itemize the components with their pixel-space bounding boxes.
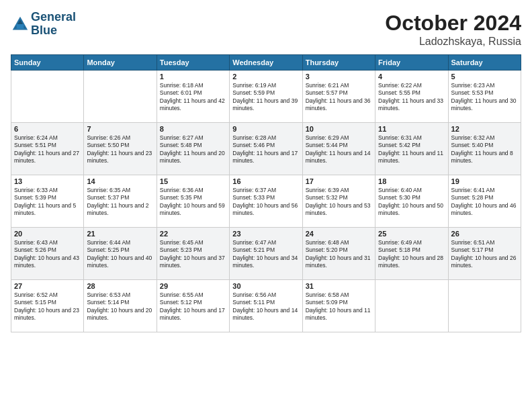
- day-number: 22: [160, 230, 226, 238]
- logo-text: General Blue: [31, 11, 76, 38]
- calendar-day-cell: 11Sunrise: 6:31 AM Sunset: 5:42 PM Dayli…: [375, 123, 448, 175]
- day-info: Sunrise: 6:47 AM Sunset: 5:21 PM Dayligh…: [232, 239, 299, 270]
- calendar-day-cell: 3Sunrise: 6:21 AM Sunset: 5:57 PM Daylig…: [302, 71, 375, 123]
- day-number: 8: [160, 125, 226, 133]
- day-number: 20: [14, 230, 81, 238]
- day-info: Sunrise: 6:51 AM Sunset: 5:17 PM Dayligh…: [451, 239, 518, 270]
- day-info: Sunrise: 6:32 AM Sunset: 5:40 PM Dayligh…: [451, 134, 518, 165]
- day-number: 2: [232, 73, 299, 81]
- day-info: Sunrise: 6:55 AM Sunset: 5:12 PM Dayligh…: [160, 291, 226, 322]
- calendar-week-row: 27Sunrise: 6:52 AM Sunset: 5:15 PM Dayli…: [11, 280, 521, 332]
- day-info: Sunrise: 6:27 AM Sunset: 5:48 PM Dayligh…: [160, 134, 226, 165]
- day-info: Sunrise: 6:49 AM Sunset: 5:18 PM Dayligh…: [378, 239, 445, 270]
- calendar-day-cell: [448, 280, 521, 332]
- header-wednesday: Wednesday: [230, 55, 302, 71]
- header-friday: Friday: [375, 55, 448, 71]
- calendar-week-row: 6Sunrise: 6:24 AM Sunset: 5:51 PM Daylig…: [11, 123, 521, 175]
- calendar-day-cell: 27Sunrise: 6:52 AM Sunset: 5:15 PM Dayli…: [11, 280, 84, 332]
- calendar-day-cell: 30Sunrise: 6:56 AM Sunset: 5:11 PM Dayli…: [230, 280, 302, 332]
- calendar-day-cell: 18Sunrise: 6:40 AM Sunset: 5:30 PM Dayli…: [375, 175, 448, 228]
- day-info: Sunrise: 6:58 AM Sunset: 5:09 PM Dayligh…: [306, 291, 372, 322]
- day-info: Sunrise: 6:45 AM Sunset: 5:23 PM Dayligh…: [160, 239, 226, 270]
- day-number: 13: [14, 177, 81, 185]
- day-info: Sunrise: 6:36 AM Sunset: 5:35 PM Dayligh…: [160, 187, 226, 218]
- calendar-day-cell: 15Sunrise: 6:36 AM Sunset: 5:35 PM Dayli…: [157, 175, 229, 228]
- day-number: 21: [87, 230, 153, 238]
- day-number: 3: [306, 73, 372, 81]
- calendar-day-cell: 26Sunrise: 6:51 AM Sunset: 5:17 PM Dayli…: [448, 228, 521, 280]
- day-info: Sunrise: 6:29 AM Sunset: 5:44 PM Dayligh…: [306, 134, 372, 165]
- day-info: Sunrise: 6:26 AM Sunset: 5:50 PM Dayligh…: [87, 134, 153, 165]
- day-number: 9: [232, 125, 299, 133]
- day-info: Sunrise: 6:18 AM Sunset: 6:01 PM Dayligh…: [160, 82, 226, 113]
- header-monday: Monday: [84, 55, 157, 71]
- day-number: 17: [306, 177, 372, 185]
- calendar-day-cell: 14Sunrise: 6:35 AM Sunset: 5:37 PM Dayli…: [84, 175, 157, 228]
- calendar-day-cell: [375, 280, 448, 332]
- calendar-body: 1Sunrise: 6:18 AM Sunset: 6:01 PM Daylig…: [11, 71, 521, 332]
- day-number: 14: [87, 177, 153, 185]
- calendar-day-cell: 25Sunrise: 6:49 AM Sunset: 5:18 PM Dayli…: [375, 228, 448, 280]
- calendar-day-cell: 8Sunrise: 6:27 AM Sunset: 5:48 PM Daylig…: [157, 123, 229, 175]
- day-number: 25: [378, 230, 445, 238]
- title-block: October 2024 Ladozhskaya, Russia: [385, 11, 521, 48]
- day-number: 28: [87, 282, 153, 290]
- calendar-day-cell: 23Sunrise: 6:47 AM Sunset: 5:21 PM Dayli…: [230, 228, 302, 280]
- day-info: Sunrise: 6:39 AM Sunset: 5:32 PM Dayligh…: [306, 187, 372, 218]
- day-info: Sunrise: 6:52 AM Sunset: 5:15 PM Dayligh…: [14, 291, 81, 322]
- calendar-day-cell: 1Sunrise: 6:18 AM Sunset: 6:01 PM Daylig…: [157, 71, 229, 123]
- calendar-day-cell: 24Sunrise: 6:48 AM Sunset: 5:20 PM Dayli…: [302, 228, 375, 280]
- calendar-day-cell: 31Sunrise: 6:58 AM Sunset: 5:09 PM Dayli…: [302, 280, 375, 332]
- day-number: 26: [451, 230, 518, 238]
- calendar-day-cell: 9Sunrise: 6:28 AM Sunset: 5:46 PM Daylig…: [230, 123, 302, 175]
- calendar-week-row: 1Sunrise: 6:18 AM Sunset: 6:01 PM Daylig…: [11, 71, 521, 123]
- day-info: Sunrise: 6:56 AM Sunset: 5:11 PM Dayligh…: [232, 291, 299, 322]
- weekday-header-row: Sunday Monday Tuesday Wednesday Thursday…: [11, 55, 521, 71]
- day-number: 6: [14, 125, 81, 133]
- day-info: Sunrise: 6:48 AM Sunset: 5:20 PM Dayligh…: [306, 239, 372, 270]
- day-number: 7: [87, 125, 153, 133]
- calendar-day-cell: [11, 71, 84, 123]
- calendar-table: Sunday Monday Tuesday Wednesday Thursday…: [11, 54, 521, 332]
- calendar-day-cell: 19Sunrise: 6:41 AM Sunset: 5:28 PM Dayli…: [448, 175, 521, 228]
- day-number: 30: [232, 282, 299, 290]
- calendar-day-cell: 21Sunrise: 6:44 AM Sunset: 5:25 PM Dayli…: [84, 228, 157, 280]
- day-info: Sunrise: 6:35 AM Sunset: 5:37 PM Dayligh…: [87, 187, 153, 218]
- day-info: Sunrise: 6:21 AM Sunset: 5:57 PM Dayligh…: [306, 82, 372, 113]
- day-number: 18: [378, 177, 445, 185]
- page-container: General Blue October 2024 Ladozhskaya, R…: [0, 0, 532, 338]
- title-location: Ladozhskaya, Russia: [385, 36, 521, 48]
- day-number: 10: [306, 125, 372, 133]
- calendar-day-cell: 5Sunrise: 6:23 AM Sunset: 5:53 PM Daylig…: [448, 71, 521, 123]
- calendar-day-cell: 10Sunrise: 6:29 AM Sunset: 5:44 PM Dayli…: [302, 123, 375, 175]
- day-info: Sunrise: 6:33 AM Sunset: 5:39 PM Dayligh…: [14, 187, 81, 218]
- day-info: Sunrise: 6:23 AM Sunset: 5:53 PM Dayligh…: [451, 82, 518, 113]
- calendar-day-cell: 7Sunrise: 6:26 AM Sunset: 5:50 PM Daylig…: [84, 123, 157, 175]
- calendar-week-row: 20Sunrise: 6:43 AM Sunset: 5:26 PM Dayli…: [11, 228, 521, 280]
- page-header: General Blue October 2024 Ladozhskaya, R…: [11, 11, 521, 48]
- day-info: Sunrise: 6:53 AM Sunset: 5:14 PM Dayligh…: [87, 291, 153, 322]
- day-number: 4: [378, 73, 445, 81]
- header-sunday: Sunday: [11, 55, 84, 71]
- day-number: 12: [451, 125, 518, 133]
- day-number: 1: [160, 73, 226, 81]
- day-number: 11: [378, 125, 445, 133]
- day-info: Sunrise: 6:22 AM Sunset: 5:55 PM Dayligh…: [378, 82, 445, 113]
- calendar-day-cell: 20Sunrise: 6:43 AM Sunset: 5:26 PM Dayli…: [11, 228, 84, 280]
- header-thursday: Thursday: [302, 55, 375, 71]
- logo-icon: [11, 15, 30, 34]
- calendar-day-cell: [84, 71, 157, 123]
- day-info: Sunrise: 6:31 AM Sunset: 5:42 PM Dayligh…: [378, 134, 445, 165]
- day-number: 27: [14, 282, 81, 290]
- day-info: Sunrise: 6:41 AM Sunset: 5:28 PM Dayligh…: [451, 187, 518, 218]
- calendar-day-cell: 28Sunrise: 6:53 AM Sunset: 5:14 PM Dayli…: [84, 280, 157, 332]
- logo-line2: Blue: [31, 24, 76, 38]
- day-info: Sunrise: 6:24 AM Sunset: 5:51 PM Dayligh…: [14, 134, 81, 165]
- day-number: 19: [451, 177, 518, 185]
- calendar-day-cell: 12Sunrise: 6:32 AM Sunset: 5:40 PM Dayli…: [448, 123, 521, 175]
- day-number: 5: [451, 73, 518, 81]
- calendar-week-row: 13Sunrise: 6:33 AM Sunset: 5:39 PM Dayli…: [11, 175, 521, 228]
- day-number: 31: [306, 282, 372, 290]
- day-info: Sunrise: 6:37 AM Sunset: 5:33 PM Dayligh…: [232, 187, 299, 218]
- day-number: 15: [160, 177, 226, 185]
